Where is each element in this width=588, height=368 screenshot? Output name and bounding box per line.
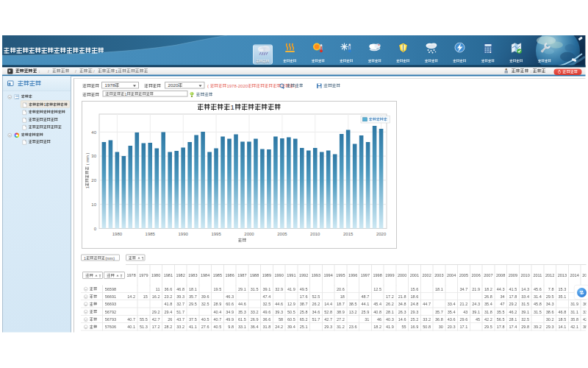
svg-text:0: 0 xyxy=(94,227,97,231)
svg-text:1985: 1985 xyxy=(146,232,156,236)
svg-text:2020: 2020 xyxy=(376,232,387,236)
svg-text:2005: 2005 xyxy=(277,232,287,236)
svg-text:1995: 1995 xyxy=(211,232,221,236)
svg-text:2015: 2015 xyxy=(343,232,354,236)
svg-text:2010: 2010 xyxy=(310,232,320,236)
svg-text:1990: 1990 xyxy=(179,232,189,236)
svg-text:2000: 2000 xyxy=(244,232,254,236)
svg-text:40: 40 xyxy=(91,130,96,135)
svg-text:10: 10 xyxy=(91,202,96,207)
svg-text:1980: 1980 xyxy=(112,232,123,236)
svg-text:20: 20 xyxy=(91,178,96,183)
svg-text:30: 30 xyxy=(91,154,96,158)
